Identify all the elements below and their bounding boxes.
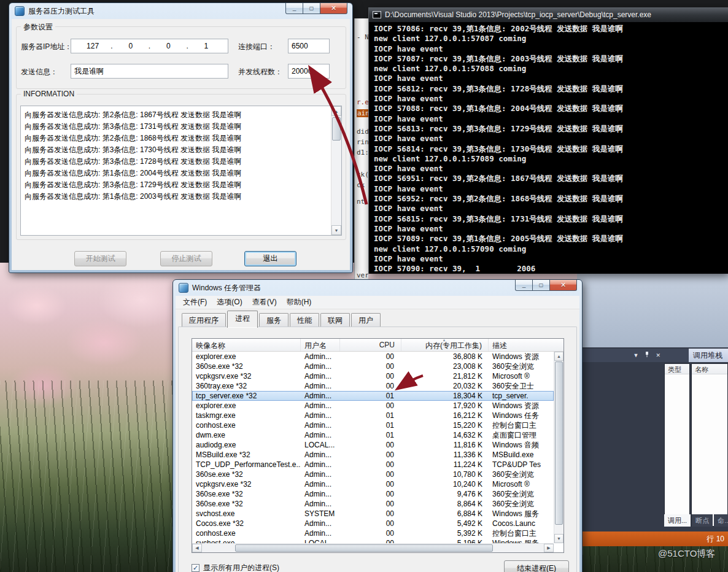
process-rows: explorer.exe Admin... 00 36,808 K Window… bbox=[192, 352, 554, 543]
process-user: Admin... bbox=[301, 392, 340, 400]
process-row[interactable]: 360se.exe *32 Admin... 00 8,864 K 360安全浏… bbox=[192, 499, 554, 509]
column-header-image-name[interactable]: 映像名称 bbox=[192, 339, 301, 351]
exit-button[interactable]: 退出 bbox=[244, 251, 296, 266]
process-memory: 11,224 K bbox=[401, 460, 489, 469]
process-row[interactable]: vcpkgsrv.exe *32 Admin... 00 10,240 K Mi… bbox=[192, 479, 554, 489]
window-position-dropdown-icon[interactable]: ▼ bbox=[633, 353, 639, 358]
column-header-cpu[interactable]: CPU bbox=[340, 339, 401, 351]
ip-address-input[interactable]: 127. 0. 0. 1 bbox=[71, 39, 228, 53]
scrollbar-thumb[interactable] bbox=[235, 544, 493, 552]
log-line: 向服务器发送信息成功: 第3条信息: 1731号线程 发送数据 我是谁啊 bbox=[25, 121, 327, 133]
console-title: D:\Documents\Visual Studio 2013\Projects… bbox=[385, 10, 651, 19]
log-scrollbar: ▲ ▼ bbox=[331, 106, 341, 235]
column-header-description[interactable]: 描述 bbox=[489, 339, 563, 351]
scroll-up-button[interactable]: ▲ bbox=[554, 352, 563, 361]
console-output[interactable]: IOCP 57086: recv 39,第1条信息: 2002号线程 发送数据 … bbox=[370, 22, 728, 274]
process-row[interactable]: taskmgr.exe Admin... 01 16,212 K Windows… bbox=[192, 411, 554, 420]
close-icon[interactable]: ✕ bbox=[656, 353, 660, 358]
pin-icon[interactable] bbox=[645, 352, 649, 359]
process-row[interactable]: dwm.exe Admin... 01 14,632 K 桌面窗口管理 bbox=[192, 430, 554, 440]
vs-panel-titlebar[interactable]: ▼ ✕ bbox=[579, 349, 689, 362]
taskmgr-tab[interactable]: 进程 bbox=[227, 311, 258, 328]
scroll-up-button[interactable]: ▲ bbox=[331, 106, 341, 116]
close-button[interactable]: ✕ bbox=[549, 280, 577, 291]
console-line: new client 127.0.0.1:57088 coming bbox=[374, 64, 728, 74]
process-row[interactable]: svchost.exe SYSTEM 00 6,884 K Windows 服务 bbox=[192, 509, 554, 519]
process-row[interactable]: Cocos.exe *32 Admin... 00 5,492 K Cocos.… bbox=[192, 519, 554, 528]
port-input[interactable] bbox=[288, 39, 330, 53]
menu-item[interactable]: 查看(V) bbox=[247, 296, 282, 309]
checkbox-checked[interactable]: ✓ bbox=[192, 564, 199, 572]
column-header-memory[interactable]: ▲ 内存(专用工作集) bbox=[401, 339, 489, 351]
scrollbar-thumb[interactable] bbox=[555, 361, 563, 525]
call-stack-panel-title[interactable]: 调用堆栈 bbox=[689, 349, 728, 362]
process-row[interactable]: 360se.exe *32 Admin... 00 10,780 K 360安全… bbox=[192, 470, 554, 479]
console-line: IOCP have event bbox=[374, 44, 728, 54]
process-description: tcp_server. bbox=[489, 392, 554, 400]
process-row[interactable]: audiodg.exe LOCAL... 00 11,816 K Windows… bbox=[192, 440, 554, 450]
process-row[interactable]: 360tray.exe *32 Admin... 00 20,032 K 360… bbox=[192, 381, 554, 391]
process-memory: 5,196 K bbox=[401, 539, 489, 543]
process-row[interactable]: explorer.exe Admin... 00 17,920 K Window… bbox=[192, 401, 554, 411]
vs-panel-tab[interactable]: 调用... bbox=[664, 514, 691, 527]
process-memory: 5,492 K bbox=[401, 519, 489, 528]
scroll-left-button[interactable]: ◀ bbox=[192, 544, 202, 552]
code-fragment: - N bbox=[357, 33, 368, 41]
column-header-user[interactable]: 用户名 bbox=[301, 339, 340, 351]
process-row[interactable]: svchost.exe LOCAL... 00 5,196 K Windows … bbox=[192, 538, 554, 543]
process-table: 映像名称 用户名 CPU ▲ 内存(专用工作集) 描述 explorer.exe bbox=[192, 338, 564, 553]
vs-panel-tab[interactable]: 命... bbox=[714, 514, 728, 527]
process-name: conhost.exe bbox=[192, 421, 301, 430]
menu-item[interactable]: 帮助(H) bbox=[282, 296, 317, 309]
vs-debug-status-bar: 行 10 bbox=[579, 531, 728, 546]
process-user: Admin... bbox=[301, 421, 340, 430]
minimize-button[interactable]: ─ bbox=[285, 3, 303, 14]
log-listbox[interactable]: 向服务器发送信息成功: 第2条信息: 1867号线程 发送数据 我是谁啊向服务器… bbox=[20, 106, 342, 236]
scroll-down-button[interactable]: ▼ bbox=[331, 225, 341, 235]
scroll-right-button[interactable]: ▶ bbox=[544, 544, 554, 552]
process-cpu: 00 bbox=[340, 372, 401, 381]
minimize-button[interactable]: ─ bbox=[515, 280, 533, 291]
information-group-label: INFORMATION bbox=[21, 90, 77, 98]
log-line: 向服务器发送信息成功: 第3条信息: 1730号线程 发送数据 我是谁啊 bbox=[25, 144, 327, 156]
process-memory: 36,808 K bbox=[401, 352, 489, 361]
process-description: Windows 资源 bbox=[489, 352, 554, 362]
process-description: 360安全浏览 bbox=[489, 470, 554, 480]
menu-item[interactable]: 文件(F) bbox=[178, 296, 212, 309]
process-row[interactable]: conhost.exe Admin... 00 5,392 K 控制台窗口主 bbox=[192, 528, 554, 538]
scroll-down-button[interactable]: ▼ bbox=[554, 534, 563, 543]
console-titlebar[interactable]: D:\Documents\Visual Studio 2013\Projects… bbox=[369, 7, 728, 22]
process-user: Admin... bbox=[301, 372, 340, 381]
process-row[interactable]: 360se.exe *32 Admin... 00 23,008 K 360安全… bbox=[192, 361, 554, 371]
process-name: dwm.exe bbox=[192, 431, 301, 439]
process-row[interactable]: conhost.exe Admin... 01 15,220 K 控制台窗口主 bbox=[192, 420, 554, 430]
process-row[interactable]: vcpkgsrv.exe *32 Admin... 00 21,812 K Mi… bbox=[192, 371, 554, 381]
process-user: Admin... bbox=[301, 490, 340, 498]
process-name: MSBuild.exe *32 bbox=[192, 450, 301, 459]
start-test-button[interactable]: 开始测试 bbox=[74, 251, 126, 266]
end-process-button[interactable]: 结束进程(E) bbox=[504, 560, 569, 572]
process-row[interactable]: TCP_UDP_PerformanceTest.e... Admin... 00… bbox=[192, 460, 554, 470]
process-row[interactable]: explorer.exe Admin... 00 36,808 K Window… bbox=[192, 352, 554, 361]
process-memory: 20,032 K bbox=[401, 382, 489, 390]
show-all-processes-option[interactable]: ✓ 显示所有用户的进程(S) bbox=[192, 563, 279, 572]
processes-tab-page: 映像名称 用户名 CPU ▲ 内存(专用工作集) 描述 explorer.exe bbox=[178, 327, 577, 572]
app-icon bbox=[15, 6, 25, 16]
scrollbar-thumb[interactable] bbox=[332, 117, 341, 141]
log-line: 向服务器发送信息成功: 第3条信息: 1728号线程 发送数据 我是谁啊 bbox=[25, 156, 327, 168]
message-input[interactable] bbox=[71, 64, 228, 79]
process-row[interactable]: tcp_server.exe *32 Admin... 01 18,304 K … bbox=[192, 391, 554, 401]
name-column-header[interactable]: 名称 bbox=[692, 364, 727, 374]
threads-input[interactable] bbox=[288, 64, 330, 79]
maximize-button[interactable]: ▢ bbox=[303, 3, 320, 14]
menu-item[interactable]: 选项(O) bbox=[212, 296, 247, 309]
type-column-header[interactable]: 类型 bbox=[665, 364, 689, 374]
console-line: IOCP have event bbox=[374, 74, 728, 83]
params-groupbox: 参数设置 服务器IP地址： 127. 0. 0. 1 连接端口： 发送信息： 并… bbox=[16, 26, 346, 89]
maximize-button[interactable]: ▢ bbox=[532, 280, 550, 291]
process-row[interactable]: MSBuild.exe *32 Admin... 00 11,336 K MSB… bbox=[192, 450, 554, 460]
process-row[interactable]: 360se.exe *32 Admin... 00 9,476 K 360安全浏… bbox=[192, 489, 554, 499]
stop-test-button[interactable]: 停止测试 bbox=[160, 251, 212, 266]
close-button[interactable]: ✕ bbox=[320, 3, 347, 14]
vs-panel-tab[interactable]: 断点 bbox=[692, 514, 713, 527]
